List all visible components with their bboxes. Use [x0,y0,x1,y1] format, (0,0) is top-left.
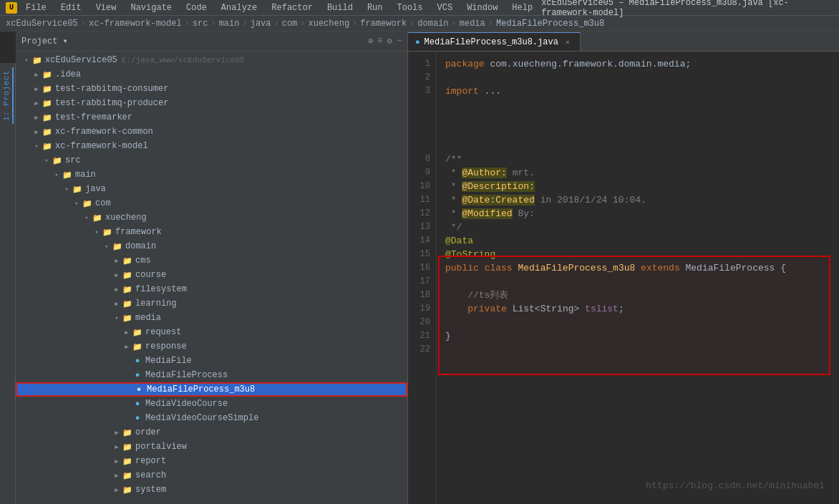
tree-label: search [135,470,166,480]
tree-item-course[interactable]: ▶ 📁 course [16,268,407,282]
menu-run[interactable]: Run [364,1,386,14]
menu-file[interactable]: File [23,1,49,14]
breadcrumb-item[interactable]: xc-framework-model [89,19,182,29]
expand-arrow: ▾ [92,227,102,237]
folder-icon: 📁 [72,183,83,195]
breadcrumb-sep: › [81,19,86,29]
menu-view[interactable]: View [93,1,120,14]
tree-item-response[interactable]: ▶ 📁 response [16,339,407,354]
folder-icon: 📁 [52,155,63,166]
breadcrumb-current: MediaFileProcess_m3u8 [496,19,604,29]
tree-item-filesystem[interactable]: ▶ 📁 filesystem [16,282,407,296]
tree-label: java [85,184,106,194]
breadcrumb-item[interactable]: xuecheng [309,19,350,29]
menu-code[interactable]: Code [183,1,210,14]
tree-item-framework-common[interactable]: ▶ 📁 xc-framework-common [16,125,407,139]
tree-item-java[interactable]: ▾ 📁 java [16,182,407,196]
tree-item-portalview[interactable]: ▶ 📁 portalview [16,440,407,454]
tree-item-cms[interactable]: ▶ 📁 cms [16,253,407,268]
breadcrumb-item[interactable]: com [282,19,298,29]
folder-icon: 📁 [82,198,93,209]
tree-label: MediaFileProcess [145,370,228,380]
tree-label: test-rabbitmq-consumer [55,84,168,94]
project-tree: ▾ 📁 xcEduService05 E:/java_www/xcEduServ… [16,52,407,504]
tree-item-mediavideocoursesimple[interactable]: ▶ ● MediaVideoCourseSimple [16,411,407,425]
tree-item-com[interactable]: ▾ 📁 com [16,196,407,210]
settings-icon[interactable]: ≡ [377,36,382,47]
tree-item-mediafileprocess-m3u8[interactable]: ▶ ● MediaFileProcess_m3u8 [16,382,407,397]
menu-tools[interactable]: Tools [394,1,426,14]
breadcrumb-item[interactable]: main [219,19,240,29]
tree-item-rabbit-consumer[interactable]: ▶ 📁 test-rabbitmq-consumer [16,82,407,96]
tree-item-root[interactable]: ▾ 📁 xcEduService05 E:/java_www/xcEduServ… [16,53,407,67]
tree-path-hint: E:/java_www/xcEduService05 [122,56,245,64]
window-title: xcEduService05 – MediaFileProcess_m3u8.j… [541,0,833,18]
tree-item-domain[interactable]: ▾ 📁 domain [16,239,407,253]
menu-vcs[interactable]: VCS [435,1,456,14]
java-class-icon: ● [132,398,143,410]
expand-arrow: ▶ [112,299,122,309]
breadcrumb-item[interactable]: xcEduService05 [6,19,78,29]
tree-label: MediaFile [145,356,192,366]
menu-build[interactable]: Build [324,1,356,14]
java-file-icon: ● [415,38,420,47]
tree-item-order[interactable]: ▶ 📁 order [16,425,407,440]
gear-icon[interactable]: ⚙ [387,36,392,47]
menu-refactor[interactable]: Refactor [268,1,316,14]
expand-arrow: ▶ [122,413,132,423]
breadcrumb-item[interactable]: domain [417,19,448,29]
tree-item-main[interactable]: ▾ 📁 main [16,168,407,182]
folder-icon: 📁 [122,427,133,438]
expand-arrow: ▶ [112,456,122,466]
menu-navigate[interactable]: Navigate [127,1,175,14]
project-strip-label[interactable]: 1: Project [2,67,14,124]
tree-item-framework[interactable]: ▾ 📁 framework [16,225,407,239]
title-bar: U File Edit View Navigate Code Analyze R… [0,0,839,16]
tree-item-mediavideocourse[interactable]: ▶ ● MediaVideoCourse [16,397,407,411]
breadcrumb-item[interactable]: src [193,19,208,29]
tree-label: framework [115,227,162,237]
locate-icon[interactable]: ⊕ [368,36,373,47]
tree-item-search[interactable]: ▶ 📁 search [16,468,407,483]
expand-arrow: ▶ [122,370,132,380]
minimize-icon[interactable]: − [397,36,402,47]
tree-item-src[interactable]: ▾ 📁 src [16,153,407,168]
menu-edit[interactable]: Edit [58,1,84,14]
breadcrumb-item[interactable]: media [460,19,485,29]
tree-item-report[interactable]: ▶ 📁 report [16,454,407,468]
menu-window[interactable]: Window [464,1,500,14]
tree-item-xuecheng[interactable]: ▾ 📁 xuecheng [16,210,407,225]
code-line-3: import ... [445,84,830,98]
tree-item-freemarker[interactable]: ▶ 📁 test-freemarker [16,110,407,125]
breadcrumb-item[interactable]: framework [360,19,407,29]
tree-item-mediafileprocess[interactable]: ▶ ● MediaFileProcess [16,368,407,382]
folder-icon: 📁 [122,441,133,452]
tree-item-media[interactable]: ▾ 📁 media [16,311,407,325]
tree-item-mediafile[interactable]: ▶ ● MediaFile [16,354,407,368]
menu-analyze[interactable]: Analyze [218,1,260,14]
tree-label: src [65,155,81,165]
menu-help[interactable]: Help [509,1,535,14]
tree-item-learning[interactable]: ▶ 📁 learning [16,296,407,311]
code-line-18: //ts列表 [445,289,830,302]
breadcrumb: xcEduService05 › xc-framework-model › sr… [0,16,839,32]
tree-item-system[interactable]: ▶ 📁 system [16,483,407,497]
tree-item-request[interactable]: ▶ 📁 request [16,325,407,339]
tree-item-rabbit-producer[interactable]: ▶ 📁 test-rabbitmq-producer [16,96,407,110]
tree-item-framework-model[interactable]: ▾ 📁 xc-framework-model [16,139,407,153]
expand-arrow: ▾ [112,313,122,323]
tab-close-button[interactable]: ✕ [563,37,573,47]
breadcrumb-item[interactable]: java [251,19,271,29]
folder-icon: 📁 [42,69,53,80]
expand-arrow: ▾ [72,198,82,208]
expand-arrow: ▶ [122,341,132,352]
code-editor[interactable]: package com.xuecheng.framework.domain.me… [437,52,839,504]
tree-item-idea[interactable]: ▶ 📁 .idea [16,67,407,82]
folder-icon: 📁 [132,326,143,338]
breadcrumb-sep: › [242,19,247,29]
editor-tab[interactable]: ● MediaFileProcess_m3u8.java ✕ [408,32,581,51]
breadcrumb-sep: › [409,19,414,29]
code-line-20 [445,316,830,329]
panel-title: Project ▾ [21,36,362,47]
code-area: 1 2 3 8 9 10 11 12 13 14 15 16 17 18 19 [408,52,839,504]
